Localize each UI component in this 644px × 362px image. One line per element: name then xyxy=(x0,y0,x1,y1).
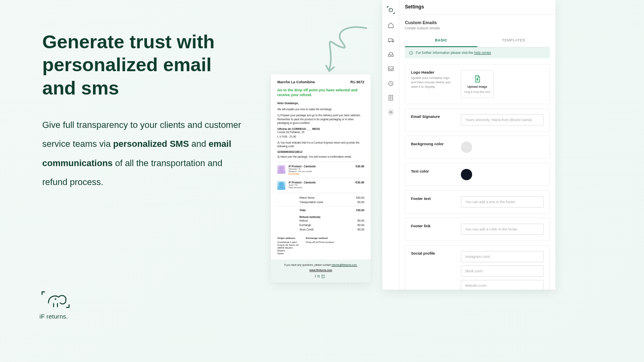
page-title: Settings xyxy=(399,0,555,14)
email-intro: We will explain you how to make the exch… xyxy=(277,107,364,111)
product-row: iF Product - Camiseta Azul / M New produ… xyxy=(277,178,364,190)
signature-input[interactable] xyxy=(461,114,544,125)
email-step2: 2) You must indicate that it is a Correo… xyxy=(277,141,364,149)
reports-icon[interactable] xyxy=(387,94,394,101)
marketing-title: Generate trust with personalized email a… xyxy=(42,30,244,99)
svg-point-0 xyxy=(55,298,56,300)
marketing-copy: Generate trust with personalized email a… xyxy=(42,30,244,191)
settings-icon[interactable] xyxy=(387,109,394,116)
app-logo-icon xyxy=(386,6,395,14)
field-logo-header: Logo Header Update your company logo and… xyxy=(405,64,550,104)
settings-app: Settings Custom Emails Create custom ema… xyxy=(382,0,555,290)
product-image xyxy=(277,181,285,190)
linkedin-icon[interactable]: in xyxy=(315,274,322,278)
contact-link[interactable]: returns@ifreturns.com. xyxy=(332,263,357,266)
info-strip: For further information please visit the… xyxy=(405,47,550,58)
text-color-swatch[interactable] xyxy=(461,169,472,180)
brand-logo: iF returns. xyxy=(39,290,72,320)
linkedin-input[interactable] xyxy=(461,280,544,290)
tiktok-input[interactable] xyxy=(461,265,544,277)
inbox-icon[interactable] xyxy=(387,51,394,58)
field-footer-text: Footer text xyxy=(405,190,550,214)
email-step1: 1) Prepare your package and go to the de… xyxy=(277,113,364,125)
field-footer-link: Footer link xyxy=(405,218,550,241)
svg-point-2 xyxy=(390,9,391,10)
dropoff-addr: Conde De Peñalver, 19 xyxy=(277,130,364,134)
svg-point-9 xyxy=(390,111,392,113)
email-preview: Marche La Colombine R1-3672 Go to the dr… xyxy=(271,74,371,282)
section-title: Custom Emails xyxy=(405,20,550,25)
sidebar xyxy=(382,0,399,290)
arrow-decoration xyxy=(310,22,374,82)
dropoff-title: Oficina de CORREOS ___ RESS xyxy=(277,128,364,130)
section-subtitle: Create custom emails xyxy=(405,26,550,30)
address-row: Origin address: Guadalupe Lopez Duque de… xyxy=(277,237,364,255)
timer-icon[interactable] xyxy=(387,80,394,87)
email-hello: Hello Guadalupe, xyxy=(277,101,364,105)
marketing-body: Give full transparency to your clients a… xyxy=(42,115,244,191)
brand-name: iF returns. xyxy=(39,313,72,320)
upload-dropzone[interactable]: Upload Image Drag & Drop files here xyxy=(461,70,494,98)
site-link[interactable]: www.ifreturns.com xyxy=(277,269,365,272)
footer-text-input[interactable] xyxy=(461,196,544,208)
help-center-link[interactable]: help center xyxy=(474,51,491,55)
tab-basic[interactable]: BASIC xyxy=(405,34,477,47)
tray-icon[interactable] xyxy=(387,65,394,72)
instagram-icon[interactable]: ◫ xyxy=(321,274,326,278)
info-icon xyxy=(409,51,413,55)
field-background-color: Backgroung color xyxy=(405,136,550,159)
return-code: 3230006303218612 xyxy=(277,150,364,153)
upload-icon xyxy=(474,75,481,83)
svg-rect-3 xyxy=(388,39,392,41)
chameleon-icon xyxy=(39,290,72,310)
totals: Return Items€30.00 Transportation costs-… xyxy=(277,193,364,232)
instagram-input[interactable] xyxy=(461,251,544,262)
home-icon[interactable] xyxy=(387,22,394,29)
field-email-signature: Email Signature xyxy=(405,108,550,132)
email-headline: Go to the drop off point you have select… xyxy=(277,88,364,97)
orders-icon[interactable] xyxy=(387,36,394,43)
email-step3: 3) Hand over the package. You will recei… xyxy=(277,155,364,159)
footer-link-input[interactable] xyxy=(461,224,544,235)
svg-point-1 xyxy=(389,8,392,12)
tab-templates[interactable]: TEMPLATES xyxy=(477,34,550,47)
tabs: BASIC TEMPLATES xyxy=(405,34,550,47)
order-ref: R1-3672 xyxy=(350,80,364,84)
dropoff-hours: L-V 9:00 - 21:00 xyxy=(277,135,364,139)
field-social-profile: Social profile xyxy=(405,245,550,290)
field-text-color: Text color xyxy=(405,163,550,186)
bg-color-swatch[interactable] xyxy=(461,142,472,153)
merchant-name: Marche La Colombine xyxy=(277,80,315,84)
email-footer: If you have any questions, please contac… xyxy=(271,259,371,282)
product-row: iF Product - Camiseta Morada / S Reason:… xyxy=(277,162,364,175)
product-image xyxy=(277,165,285,174)
